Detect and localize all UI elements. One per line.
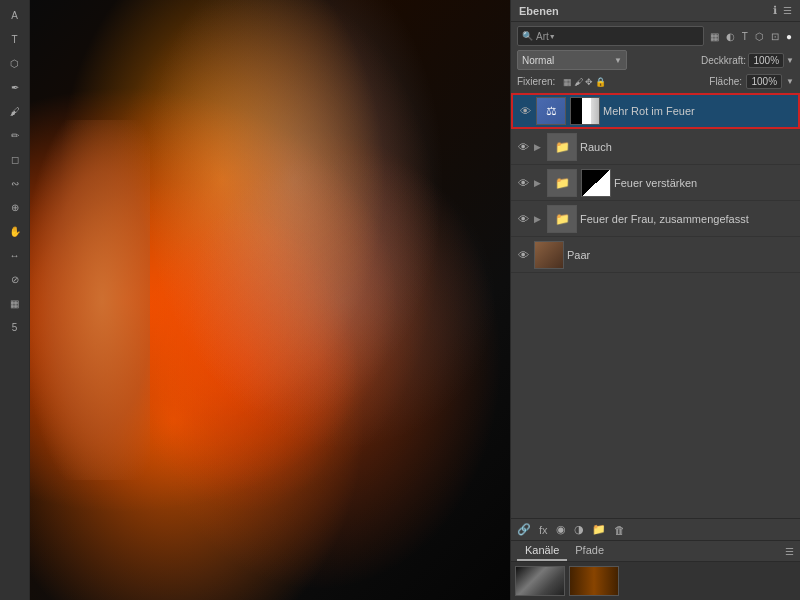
bottom-panel-menu[interactable]: ☰ bbox=[785, 546, 794, 557]
panel-bottom: 🔗 fx ◉ ◑ 📁 🗑 bbox=[511, 518, 800, 540]
lock-icons: ▦ 🖌 ✥ 🔒 bbox=[563, 77, 606, 87]
layer-item-feuer-verstaerken[interactable]: 👁 ▶ 📁 Feuer verstärken bbox=[511, 165, 800, 201]
lock-paint-icon[interactable]: 🖌 bbox=[574, 77, 583, 87]
layer-visibility-paar[interactable]: 👁 bbox=[515, 249, 531, 261]
mask-icon[interactable]: ◉ bbox=[556, 523, 566, 536]
trash-icon[interactable]: 🗑 bbox=[614, 524, 625, 536]
fill-value[interactable]: 100% bbox=[746, 74, 782, 89]
layer-mask-feuer-v bbox=[581, 169, 611, 197]
lock-position-icon[interactable]: ✥ bbox=[585, 77, 593, 87]
filter-pixel-icon[interactable]: ▦ bbox=[708, 30, 721, 43]
fill-dropdown-arrow: ▼ bbox=[786, 77, 794, 86]
layer-controls: 🔍 Art ▼ ▦ ◐ T ⬡ ⊡ ● Normal ▼ bbox=[511, 22, 800, 93]
lock-all-icon[interactable]: 🔒 bbox=[595, 77, 606, 87]
search-box[interactable]: 🔍 Art ▼ bbox=[517, 26, 704, 46]
layer-thumb-feuer-f: 📁 bbox=[547, 205, 577, 233]
fill-label: Fläche: bbox=[709, 76, 742, 87]
blend-mode-select[interactable]: Normal ▼ bbox=[517, 50, 627, 70]
link-icon[interactable]: 🔗 bbox=[517, 523, 531, 536]
layer-list: 👁 ⚖ Mehr Rot im Feuer 👁 ▶ 📁 Rauch bbox=[511, 93, 800, 518]
layer-mask-mehr-rot bbox=[570, 97, 600, 125]
tool-move[interactable]: ↔ bbox=[4, 244, 26, 266]
folder-icon-rauch: 📁 bbox=[548, 134, 576, 160]
layer-item-feuer-frau[interactable]: 👁 ▶ 📁 Feuer der Frau, zusammengefasst bbox=[511, 201, 800, 237]
adjustment-add-icon[interactable]: ◑ bbox=[574, 523, 584, 536]
panel-header: Ebenen ℹ ☰ bbox=[511, 0, 800, 22]
search-dropdown-icon: ▼ bbox=[549, 33, 556, 40]
layer-item-paar[interactable]: 👁 Paar bbox=[511, 237, 800, 273]
opacity-value[interactable]: 100% bbox=[748, 53, 784, 68]
lock-transparent-icon[interactable]: ▦ bbox=[563, 77, 572, 87]
tab-content-kanaele bbox=[511, 562, 800, 600]
tool-shape[interactable]: ⬡ bbox=[4, 52, 26, 74]
panel-title: Ebenen bbox=[519, 5, 559, 17]
layer-expand-rauch[interactable]: ▶ bbox=[534, 142, 544, 152]
tool-brush[interactable]: 🖌 bbox=[4, 100, 26, 122]
mask-preview-feuer-v bbox=[582, 170, 610, 196]
layers-panel: Ebenen ℹ ☰ 🔍 Art ▼ ▦ ◐ T ⬡ ⊡ bbox=[511, 0, 800, 540]
search-placeholder: Art bbox=[536, 31, 549, 42]
layer-item-rauch[interactable]: 👁 ▶ 📁 Rauch bbox=[511, 129, 800, 165]
paar-thumb-content bbox=[535, 242, 563, 268]
layer-visibility-feuer-v[interactable]: 👁 bbox=[515, 177, 531, 189]
layer-thumb-rauch: 📁 bbox=[547, 133, 577, 161]
filter-text-icon[interactable]: T bbox=[740, 30, 750, 43]
layer-thumb-adjustment: ⚖ bbox=[536, 97, 566, 125]
lock-fill-row: Fixieren: ▦ 🖌 ✥ 🔒 Fläche: 100% ▼ bbox=[517, 74, 794, 89]
tool-selection[interactable]: A bbox=[4, 4, 26, 26]
opacity-label: Deckkraft: bbox=[701, 55, 746, 66]
layer-visibility-feuer-f[interactable]: 👁 bbox=[515, 213, 531, 225]
opacity-row: Deckkraft: 100% ▼ bbox=[701, 53, 794, 68]
filter-adjust-icon[interactable]: ◐ bbox=[724, 30, 737, 43]
layer-name-rauch: Rauch bbox=[580, 141, 796, 153]
tool-rect[interactable]: ◻ bbox=[4, 148, 26, 170]
tool-zoom[interactable]: ⊕ bbox=[4, 196, 26, 218]
layer-item-mehr-rot[interactable]: 👁 ⚖ Mehr Rot im Feuer bbox=[511, 93, 800, 129]
blend-mode-value: Normal bbox=[522, 55, 554, 66]
folder-icon-feuer-f: 📁 bbox=[548, 206, 576, 232]
canvas-area bbox=[30, 0, 510, 600]
lock-label: Fixieren: bbox=[517, 76, 555, 87]
search-row: 🔍 Art ▼ ▦ ◐ T ⬡ ⊡ ● bbox=[517, 26, 794, 46]
layer-thumb-feuer-v: 📁 bbox=[547, 169, 577, 197]
tool-hand[interactable]: ✋ bbox=[4, 220, 26, 242]
fx-icon[interactable]: fx bbox=[539, 524, 548, 536]
channel-thumb bbox=[515, 566, 565, 596]
folder-add-icon[interactable]: 📁 bbox=[592, 523, 606, 536]
layer-name-mehr-rot: Mehr Rot im Feuer bbox=[603, 105, 794, 117]
filter-shape-icon[interactable]: ⬡ bbox=[753, 30, 766, 43]
search-icon: 🔍 bbox=[522, 31, 533, 41]
filter-smart-icon[interactable]: ⊡ bbox=[769, 30, 781, 43]
layer-thumb-paar bbox=[534, 241, 564, 269]
tool-text[interactable]: T bbox=[4, 28, 26, 50]
canvas-image bbox=[30, 0, 510, 600]
mask-preview bbox=[571, 98, 599, 124]
tool-3d[interactable]: 5 bbox=[4, 316, 26, 338]
layer-visibility-mehr-rot[interactable]: 👁 bbox=[517, 105, 533, 117]
bottom-tabs: Kanäle Pfade ☰ bbox=[511, 540, 800, 600]
opacity-dropdown-arrow: ▼ bbox=[786, 56, 794, 65]
tool-eraser[interactable]: ✏ bbox=[4, 124, 26, 146]
info-icon[interactable]: ℹ bbox=[773, 4, 777, 17]
right-panel: Ebenen ℹ ☰ 🔍 Art ▼ ▦ ◐ T ⬡ ⊡ bbox=[510, 0, 800, 600]
tool-lasso[interactable]: ∾ bbox=[4, 172, 26, 194]
layer-name-paar: Paar bbox=[567, 249, 796, 261]
filter-icons: ▦ ◐ T ⬡ ⊡ ● bbox=[708, 30, 794, 43]
blend-dropdown-arrow: ▼ bbox=[614, 56, 622, 65]
tool-sample[interactable]: ⊘ bbox=[4, 268, 26, 290]
tool-pen[interactable]: ✒ bbox=[4, 76, 26, 98]
layer-visibility-rauch[interactable]: 👁 bbox=[515, 141, 531, 153]
tab-kanaele[interactable]: Kanäle bbox=[517, 541, 567, 561]
panel-menu-icon[interactable]: ☰ bbox=[783, 5, 792, 16]
tab-pfade[interactable]: Pfade bbox=[567, 541, 612, 561]
tool-gradient[interactable]: ▦ bbox=[4, 292, 26, 314]
tab-row: Kanäle Pfade ☰ bbox=[511, 541, 800, 562]
layer-expand-feuer-v[interactable]: ▶ bbox=[534, 178, 544, 188]
folder-icon-feuer-v: 📁 bbox=[548, 170, 576, 196]
layer-expand-feuer-f[interactable]: ▶ bbox=[534, 214, 544, 224]
filter-toggle-icon[interactable]: ● bbox=[784, 30, 794, 43]
channel-thumb-2 bbox=[569, 566, 619, 596]
layer-name-feuer-f: Feuer der Frau, zusammengefasst bbox=[580, 213, 796, 225]
blend-opacity-row: Normal ▼ Deckkraft: 100% ▼ bbox=[517, 50, 794, 70]
layer-name-feuer-v: Feuer verstärken bbox=[614, 177, 796, 189]
